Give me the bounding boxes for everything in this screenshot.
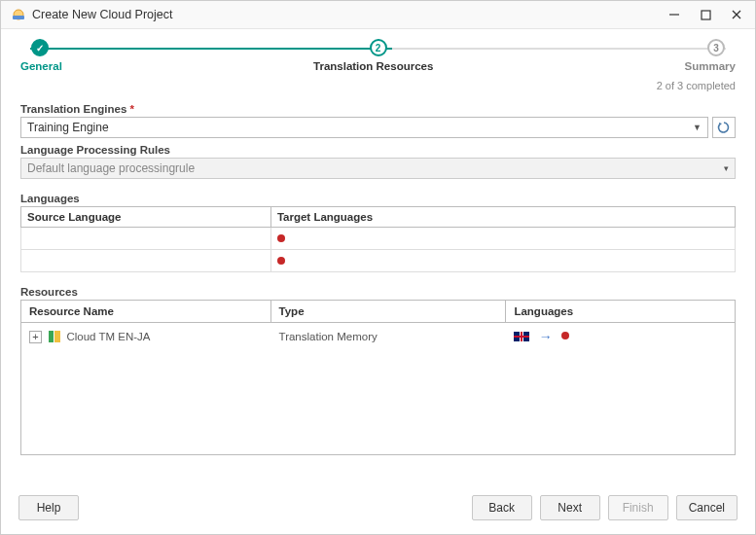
window-title: Create New Cloud Project xyxy=(32,8,667,21)
cancel-button[interactable]: Cancel xyxy=(676,495,738,520)
col-type: Type xyxy=(271,301,507,322)
lp-rules-value: Default language processingrule xyxy=(27,161,195,175)
stepper-status: 2 of 3 completed xyxy=(1,80,755,97)
maximize-icon[interactable] xyxy=(699,8,712,21)
table-row[interactable] xyxy=(21,250,736,272)
chevron-down-icon: ▾ xyxy=(724,163,729,173)
lang-dot-icon xyxy=(277,257,285,265)
resource-name: Cloud TM EN-JA xyxy=(66,331,150,342)
col-resource-name: Resource Name xyxy=(21,301,271,322)
languages-table: Source Language Target Languages xyxy=(20,206,736,272)
step-translation-resources[interactable]: 2 xyxy=(59,39,697,56)
resource-languages: → xyxy=(506,323,735,350)
flag-uk-icon xyxy=(514,332,529,341)
table-row[interactable]: + Cloud TM EN-JA Translation Memory → xyxy=(21,323,735,350)
titlebar: Create New Cloud Project xyxy=(1,1,755,29)
svg-rect-3 xyxy=(702,11,710,19)
step-general[interactable]: ✓ xyxy=(20,39,59,56)
resources-header: Resource Name Type Languages xyxy=(21,301,735,323)
source-lang-cell xyxy=(21,228,271,250)
lp-rules-label: Language Processing Rules xyxy=(20,144,736,156)
resource-name-cell: + Cloud TM EN-JA xyxy=(21,325,271,349)
wizard-stepper: ✓ 2 3 xyxy=(1,29,755,56)
languages-section-label: Languages xyxy=(20,193,736,204)
check-icon: ✓ xyxy=(31,39,49,56)
resources-section-label: Resources xyxy=(20,286,736,298)
arrow-right-icon: → xyxy=(539,329,553,344)
refresh-button[interactable] xyxy=(712,117,736,138)
table-row[interactable] xyxy=(21,228,736,250)
chevron-down-icon: ▼ xyxy=(693,123,702,132)
step-badge-2: 2 xyxy=(370,39,387,56)
next-button[interactable]: Next xyxy=(540,495,600,520)
wizard-buttons: Help Back Next Finish Cancel xyxy=(1,485,755,534)
svg-rect-1 xyxy=(13,16,24,19)
step-badge-3: 3 xyxy=(707,39,725,56)
svg-marker-6 xyxy=(719,123,722,126)
lp-rules-select: Default language processingrule ▾ xyxy=(20,158,736,179)
col-target-languages: Target Languages xyxy=(270,207,735,228)
step-label-general[interactable]: General xyxy=(20,60,62,72)
flag-ja-icon xyxy=(561,332,569,339)
col-source-language: Source Language xyxy=(21,207,271,228)
tm-icon xyxy=(49,331,60,342)
minimize-icon[interactable] xyxy=(667,8,681,21)
resource-type: Translation Memory xyxy=(271,325,507,348)
back-button[interactable]: Back xyxy=(472,495,532,520)
step-summary[interactable]: 3 xyxy=(697,39,736,56)
refresh-icon xyxy=(716,120,732,135)
translation-engines-label: Translation Engines xyxy=(20,103,736,115)
translation-engines-value: Training Engine xyxy=(27,121,109,134)
wizard-content: Translation Engines Training Engine ▼ La… xyxy=(1,97,755,485)
target-lang-cell xyxy=(270,250,735,272)
step-labels: General Translation Resources Summary xyxy=(1,56,755,80)
help-button[interactable]: Help xyxy=(18,495,79,520)
window-controls xyxy=(667,8,743,21)
svg-rect-7 xyxy=(49,331,54,342)
finish-button: Finish xyxy=(608,495,668,520)
translation-engines-select[interactable]: Training Engine ▼ xyxy=(20,117,708,138)
resources-table: Resource Name Type Languages + Cloud TM … xyxy=(20,300,736,455)
step-label-summary[interactable]: Summary xyxy=(685,60,736,72)
close-icon[interactable] xyxy=(730,8,743,21)
svg-rect-8 xyxy=(54,331,60,342)
expand-button[interactable]: + xyxy=(29,331,42,343)
step-label-translation-resources[interactable]: Translation Resources xyxy=(313,60,433,72)
col-languages: Languages xyxy=(506,301,735,322)
translation-engines-row: Training Engine ▼ xyxy=(20,117,736,138)
lang-dot-icon xyxy=(277,234,285,242)
source-lang-cell xyxy=(21,250,271,272)
target-lang-cell xyxy=(270,228,735,250)
app-icon xyxy=(11,7,26,22)
